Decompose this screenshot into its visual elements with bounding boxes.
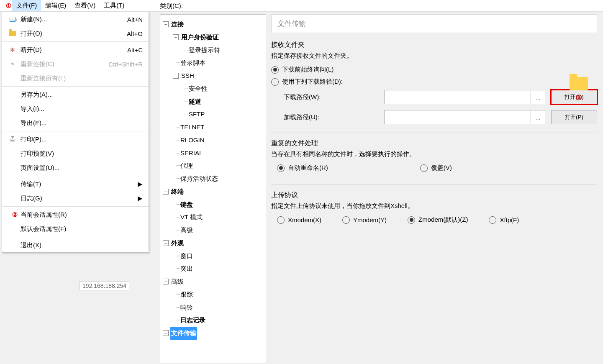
tree-login-prompt[interactable]: ┈登录提示符 — [160, 44, 266, 57]
tree-connection[interactable]: −连接 — [160, 18, 266, 31]
menubar: ① 文件(F) 编辑(E) 查看(V) 工具(T) — [0, 0, 603, 12]
menu-page-setup[interactable]: 页面设置(U)... — [2, 161, 149, 175]
load-path-browse-button[interactable]: ... — [531, 110, 545, 124]
radio-use-path[interactable]: 使用下列下载路径(D): — [271, 78, 597, 86]
radio-xftp[interactable]: Xftp(F) — [489, 216, 519, 224]
menu-transfer[interactable]: 传输(T) ▶ — [2, 177, 149, 191]
menu-file[interactable]: 文件(F) — [12, 0, 41, 11]
category-tree[interactable]: −连接 −用户身份验证 ┈登录提示符 ┈登录脚本 −SSH ┈安全性 ┈隧道 ┈… — [160, 14, 266, 364]
tree-telnet[interactable]: ┈TELNET — [160, 121, 266, 134]
menu-save-as[interactable]: 另存为(A)... — [2, 87, 149, 102]
menu-export[interactable]: 导出(E)... — [2, 116, 149, 130]
menu-log-label: 日志(G) — [20, 195, 138, 203]
new-icon — [5, 17, 20, 22]
tree-advanced[interactable]: −高级 — [160, 275, 266, 288]
radio-icon — [277, 216, 285, 224]
tree-proxy[interactable]: ┈代理 — [160, 159, 266, 172]
disconnect-icon: ✻ — [5, 46, 20, 53]
menu-log[interactable]: 日志(G) ▶ — [2, 191, 149, 205]
tree-file-transfer[interactable]: −文件传输 — [160, 327, 266, 340]
radio-auto-rename[interactable]: 自动重命名(R) — [277, 164, 328, 172]
radio-icon — [271, 66, 279, 74]
menu-new-shortcut: Alt+N — [111, 16, 149, 23]
tree-vt-mode[interactable]: ┈VT 模式 — [160, 211, 266, 224]
menu-import[interactable]: 导入(I)... — [2, 102, 149, 116]
categories-label: 类别(C): — [160, 2, 183, 10]
menu-exit[interactable]: 退出(X) — [2, 238, 149, 252]
menu-print-preview-label: 打印预览(V) — [20, 150, 111, 158]
file-dropdown: 新建(N)... Alt+N 打开(O) Alt+O ✻ 断开(D) Alt+C… — [2, 12, 149, 253]
tree-keepalive[interactable]: ┈保持活动状态 — [160, 172, 266, 185]
recv-folder-title: 接收文件夹 — [271, 41, 597, 49]
radio-always-ask[interactable]: 下载前始终询问(L) — [271, 66, 597, 74]
load-path-label: 加载路径(U): — [271, 113, 384, 121]
load-path-open-button[interactable]: 打开(P) — [551, 110, 597, 124]
menu-new[interactable]: 新建(N)... Alt+N — [2, 12, 149, 26]
menu-reconnect-shortcut: Ctrl+Shift+R — [108, 61, 149, 68]
folder-icon — [570, 77, 588, 90]
dup-desc: 当存在具有相同名称的文件时，选择要执行的操作。 — [271, 150, 597, 158]
menu-default-session-props[interactable]: 默认会话属性(F) — [2, 222, 149, 236]
radio-icon — [277, 164, 285, 172]
tree-window[interactable]: ┈窗口 — [160, 250, 266, 263]
menu-disconnect-shortcut: Alt+C — [111, 46, 149, 54]
menu-disconnect-label: 断开(D) — [20, 46, 111, 54]
tree-rlogin[interactable]: ┈RLOGIN — [160, 134, 266, 147]
menu-tools[interactable]: 工具(T) — [100, 0, 128, 11]
menu-current-session-props-label: 当前会话属性(R) — [20, 211, 111, 219]
chevron-right-icon: ▶ — [138, 195, 149, 202]
menu-page-setup-label: 页面设置(U)... — [20, 164, 111, 172]
tree-ssh[interactable]: −SSH — [160, 69, 266, 82]
menu-edit[interactable]: 编辑(E) — [41, 0, 70, 11]
radio-ymodem[interactable]: Ymodem(Y) — [342, 216, 387, 224]
menu-reconnect-label: 重新连接(C) — [20, 60, 108, 68]
download-path-browse-button[interactable]: ... — [531, 90, 545, 104]
tree-terminal[interactable]: −终端 — [160, 185, 266, 198]
open-folder-icon — [5, 31, 20, 36]
menu-print-preview[interactable]: 打印预览(V) — [2, 146, 149, 161]
menu-current-session-props[interactable]: ② 当前会话属性(R) — [2, 208, 149, 222]
tree-trace[interactable]: ┈跟踪 — [160, 288, 266, 301]
upload-title: 上传协议 — [271, 191, 597, 200]
tree-keyboard[interactable]: ┈键盘 — [160, 198, 266, 211]
radio-xftp-label: Xftp(F) — [500, 216, 519, 223]
chevron-right-icon: ▶ — [138, 180, 149, 188]
tree-highlight[interactable]: ┈突出 — [160, 262, 266, 275]
ip-display: 192.168.188.254 — [80, 281, 129, 290]
tree-bell[interactable]: ┈响铃 — [160, 301, 266, 314]
tree-serial[interactable]: ┈SERIAL — [160, 147, 266, 160]
tree-user-auth[interactable]: −用户身份验证 — [160, 31, 266, 44]
download-path-label: 下载路径(W): — [271, 93, 384, 101]
radio-icon — [408, 216, 415, 224]
printer-icon: 🖶 — [5, 136, 20, 143]
recv-folder-desc: 指定保存接收文件的文件夹。 — [271, 52, 597, 60]
tree-security[interactable]: ┈安全性 — [160, 82, 266, 95]
annot-3: ③ — [570, 93, 588, 102]
download-path-input[interactable] — [384, 90, 531, 104]
menu-print[interactable]: 🖶 打印(P)... — [2, 132, 149, 146]
menu-save-as-label: 另存为(A)... — [20, 91, 111, 99]
tree-tunnel[interactable]: ┈隧道 — [160, 95, 266, 108]
radio-zmodem[interactable]: Zmodem(默认)(Z) — [408, 216, 468, 224]
tree-appearance[interactable]: −外观 — [160, 237, 266, 250]
menu-disconnect[interactable]: ✻ 断开(D) Alt+C — [2, 43, 149, 57]
tree-sftp[interactable]: ┈SFTP — [160, 108, 266, 121]
radio-overwrite[interactable]: 覆盖(V) — [420, 164, 452, 172]
annot-1: ① — [6, 2, 11, 10]
menu-reconnect-all-label: 重新连接所有(L) — [20, 74, 111, 82]
radio-ymodem-label: Ymodem(Y) — [353, 216, 387, 223]
tree-logging[interactable]: ┈日志记录 — [160, 314, 266, 327]
menu-view[interactable]: 查看(V) — [70, 0, 100, 11]
menu-reconnect[interactable]: ⚭ 重新连接(C) Ctrl+Shift+R — [2, 57, 149, 71]
menu-open[interactable]: 打开(O) Alt+O — [2, 26, 149, 41]
radio-icon — [271, 78, 279, 86]
radio-xmodem[interactable]: Xmodem(X) — [277, 216, 321, 224]
menu-print-label: 打印(P)... — [20, 136, 111, 144]
radio-icon — [420, 164, 428, 172]
tree-login-script[interactable]: ┈登录脚本 — [160, 56, 266, 69]
panel-title: 文件传输 — [271, 14, 597, 33]
load-path-input[interactable] — [384, 110, 531, 124]
menu-reconnect-all[interactable]: 重新连接所有(L) — [2, 71, 149, 85]
menu-default-session-props-label: 默认会话属性(F) — [20, 225, 111, 233]
tree-advanced-term[interactable]: ┈高级 — [160, 224, 266, 237]
